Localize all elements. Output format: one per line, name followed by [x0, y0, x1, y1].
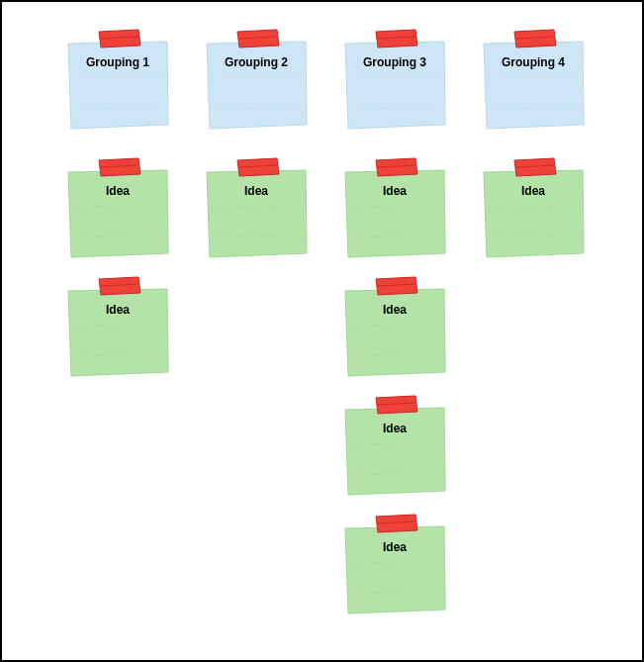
svg-marker-15	[484, 42, 584, 129]
sticky-note-idea-3-4[interactable]: Idea	[342, 526, 447, 615]
sticky-note-grouping-2[interactable]: Grouping 2	[204, 42, 309, 131]
svg-marker-5	[207, 42, 307, 129]
svg-marker-25	[207, 170, 307, 257]
sticky-note-grouping-4[interactable]: Grouping 4	[481, 42, 586, 131]
sticky-note-idea-3-1[interactable]: Idea	[342, 170, 447, 259]
sticky-note-idea-3-3[interactable]: Idea	[342, 408, 447, 497]
svg-marker-30	[345, 170, 445, 257]
svg-marker-0	[68, 42, 168, 129]
svg-marker-40	[68, 289, 168, 376]
sticky-note-idea-3-2[interactable]: Idea	[342, 289, 447, 378]
svg-marker-35	[484, 170, 584, 257]
affinity-board: Grouping 1 Grouping 2 Grouping 3 Groupin…	[0, 0, 644, 662]
svg-marker-50	[345, 408, 445, 495]
svg-marker-55	[345, 526, 445, 614]
svg-marker-20	[68, 170, 168, 257]
sticky-note-idea-1-1[interactable]: Idea	[65, 170, 170, 259]
sticky-note-idea-2-1[interactable]: Idea	[204, 170, 309, 259]
svg-marker-45	[345, 289, 445, 376]
svg-marker-10	[345, 42, 445, 129]
sticky-note-grouping-3[interactable]: Grouping 3	[342, 42, 447, 131]
sticky-note-idea-1-2[interactable]: Idea	[65, 289, 170, 378]
sticky-note-idea-4-1[interactable]: Idea	[481, 170, 586, 259]
sticky-note-grouping-1[interactable]: Grouping 1	[65, 42, 170, 131]
